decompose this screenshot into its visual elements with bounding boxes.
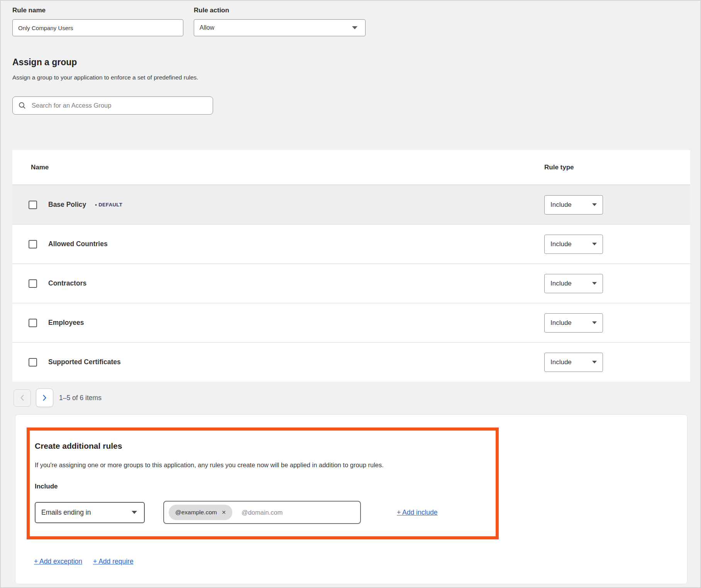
group-name: Allowed Countries: [48, 240, 108, 248]
table-row-employees: Employees Include: [12, 303, 690, 342]
default-badge: • DEFAULT: [95, 202, 122, 208]
group-name: Base Policy: [48, 201, 86, 209]
rule-type-select[interactable]: Include: [544, 195, 603, 215]
row-checkbox[interactable]: [29, 201, 37, 209]
row-rule-type-cell: Include: [544, 195, 690, 215]
email-domain-input-wrapper: @example.com ✕: [163, 501, 361, 524]
next-page-button[interactable]: [36, 389, 53, 407]
include-label: Include: [35, 483, 486, 490]
pagination: 1–5 of 6 items: [14, 389, 700, 407]
email-domain-tag: @example.com ✕: [169, 505, 232, 520]
rule-type-value: Include: [550, 201, 572, 209]
pagination-status: 1–5 of 6 items: [59, 394, 102, 402]
row-name-cell: Contractors: [12, 279, 544, 288]
row-checkbox[interactable]: [29, 358, 37, 367]
rule-action-value: Allow: [200, 24, 214, 31]
chevron-down-icon: [592, 282, 597, 285]
rule-type-select[interactable]: Include: [544, 274, 603, 293]
rule-type-value: Include: [550, 319, 572, 327]
add-require-link[interactable]: + Add require: [93, 558, 134, 566]
rule-name-label: Rule name: [12, 7, 183, 14]
chevron-down-icon: [592, 243, 597, 245]
create-rules-highlight-box: Create additional rules If you're assign…: [27, 427, 499, 539]
table-row-base-policy: Base Policy • DEFAULT Include: [12, 185, 690, 224]
search-input[interactable]: [31, 101, 207, 110]
row-name-cell: Supported Certificates: [12, 358, 544, 367]
rule-criteria-value: Emails ending in: [41, 509, 91, 517]
rule-name-field-group: Rule name: [12, 7, 183, 36]
create-rules-description: If you're assigning one or more groups t…: [35, 461, 486, 469]
chevron-down-icon: [592, 321, 597, 324]
rule-type-select[interactable]: Include: [544, 353, 603, 372]
table-row-supported-certificates: Supported Certificates Include: [12, 342, 690, 382]
row-checkbox[interactable]: [29, 279, 37, 288]
rule-action-links: + Add exception + Add require: [34, 558, 687, 566]
group-name: Employees: [48, 319, 84, 327]
access-group-table: Name Rule type Base Policy • DEFAULT Inc…: [12, 150, 690, 382]
rule-name-input[interactable]: [12, 19, 183, 36]
row-checkbox[interactable]: [29, 319, 37, 327]
column-header-name: Name: [12, 164, 544, 171]
additional-rules-card: Create additional rules If you're assign…: [15, 414, 687, 584]
chevron-left-icon: [20, 394, 24, 401]
add-exception-link[interactable]: + Add exception: [34, 558, 82, 566]
row-rule-type-cell: Include: [544, 313, 690, 333]
chevron-down-icon: [352, 26, 357, 29]
group-name: Supported Certificates: [48, 358, 121, 366]
rule-type-value: Include: [550, 280, 572, 287]
previous-page-button[interactable]: [14, 389, 31, 407]
group-name: Contractors: [48, 279, 86, 287]
add-include-link[interactable]: + Add include: [397, 509, 438, 517]
rule-action-label: Rule action: [194, 7, 366, 14]
rule-action-select[interactable]: Allow: [194, 19, 366, 36]
table-row-allowed-countries: Allowed Countries Include: [12, 224, 690, 264]
tag-label: @example.com: [175, 509, 217, 516]
table-header: Name Rule type: [12, 150, 690, 185]
remove-tag-icon[interactable]: ✕: [222, 510, 226, 515]
assign-group-description: Assign a group to your application to en…: [12, 74, 700, 81]
access-group-search: [12, 96, 213, 115]
rule-action-field-group: Rule action Allow: [194, 7, 366, 36]
rule-form: Rule name Rule action Allow: [1, 1, 700, 36]
chevron-down-icon: [132, 511, 137, 514]
row-checkbox[interactable]: [29, 240, 37, 248]
include-rule-controls: Emails ending in @example.com ✕ + Add in…: [35, 501, 486, 524]
assign-group-heading: Assign a group: [12, 57, 700, 68]
row-rule-type-cell: Include: [544, 353, 690, 372]
row-name-cell: Employees: [12, 319, 544, 327]
row-rule-type-cell: Include: [544, 235, 690, 254]
row-name-cell: Allowed Countries: [12, 240, 544, 248]
create-rules-heading: Create additional rules: [35, 441, 486, 451]
search-icon: [19, 102, 26, 109]
rule-type-select[interactable]: Include: [544, 235, 603, 254]
email-domain-input[interactable]: [241, 509, 356, 517]
chevron-down-icon: [592, 203, 597, 206]
row-name-cell: Base Policy • DEFAULT: [12, 201, 544, 209]
access-rule-config-page: Rule name Rule action Allow Assign a gro…: [0, 0, 701, 588]
rule-criteria-select[interactable]: Emails ending in: [35, 502, 145, 523]
table-row-contractors: Contractors Include: [12, 264, 690, 303]
row-rule-type-cell: Include: [544, 274, 690, 293]
rule-type-select[interactable]: Include: [544, 313, 603, 333]
chevron-down-icon: [592, 361, 597, 363]
rule-type-value: Include: [550, 358, 572, 366]
column-header-rule-type: Rule type: [544, 164, 690, 171]
rule-type-value: Include: [550, 240, 572, 248]
chevron-right-icon: [42, 394, 47, 401]
